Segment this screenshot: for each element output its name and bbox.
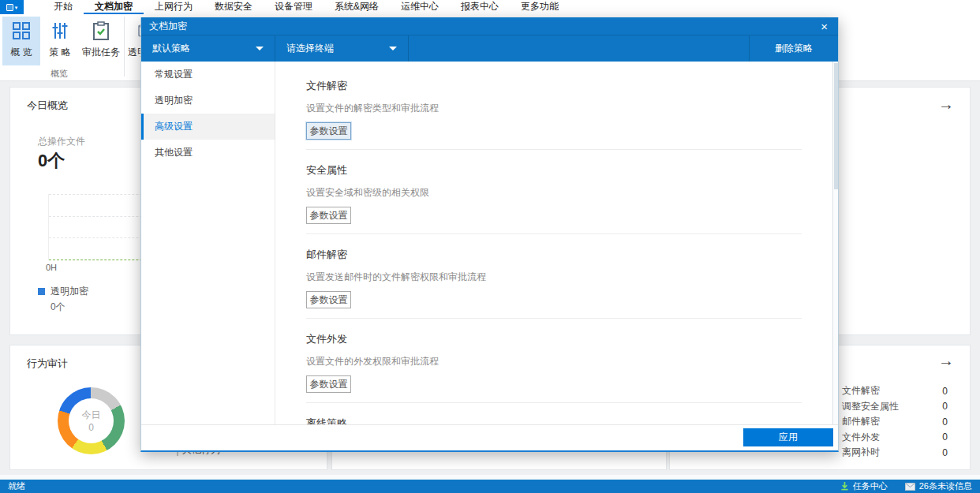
chevron-down-icon <box>389 47 397 50</box>
grid-icon <box>11 21 32 41</box>
policy-dropdown[interactable]: 默认策略 <box>141 35 275 62</box>
section-title: 邮件解密 <box>306 248 802 262</box>
param-settings-button[interactable]: 参数设置 <box>306 375 351 393</box>
section-title: 安全属性 <box>306 163 802 177</box>
sidebar-item-transparent-encryption[interactable]: 透明加密 <box>141 88 275 114</box>
dialog-body: 常规设置 透明加密 高级设置 其他设置 文件解密 设置文件的解密类型和审批流程 … <box>141 62 838 424</box>
arrow-right-icon[interactable]: → <box>938 352 954 370</box>
section-title: 离线策略 <box>306 416 802 424</box>
stat-row-value: 0 <box>942 386 948 397</box>
ribbon-button-label: 审批任务 <box>82 46 120 59</box>
close-icon[interactable]: × <box>818 21 830 32</box>
dialog-title: 文档加密 <box>149 20 187 33</box>
ribbon-group-label: 概览 <box>0 68 118 80</box>
arrow-right-icon[interactable]: → <box>938 95 954 114</box>
param-settings-button[interactable]: 参数设置 <box>306 207 351 224</box>
dialog-footer: 应用 <box>141 424 838 450</box>
section-desc: 设置文件的解密类型和审批流程 <box>306 102 802 115</box>
sidebar-item-general[interactable]: 常规设置 <box>141 62 275 88</box>
donut-center: 今日 0 <box>69 398 114 443</box>
audit-donut: 今日 0 <box>58 387 125 454</box>
task-center-label: 任务中心 <box>853 480 888 492</box>
unread-messages-label: 26条未读信息 <box>919 480 972 492</box>
section-offline-policy: 离线策略 应对出差、服务器故障等原因导致的终端离线 <box>306 403 802 424</box>
section-desc: 设置文件的外发权限和审批流程 <box>306 355 802 368</box>
section-desc: 设置发送邮件时的文件解密权限和审批流程 <box>306 271 802 284</box>
section-file-outgoing: 文件外发 设置文件的外发权限和审批流程 参数设置 <box>306 319 802 403</box>
chevron-down-icon: ▾ <box>15 5 18 10</box>
chevron-down-icon <box>256 47 264 50</box>
section-title: 文件解密 <box>306 79 802 93</box>
stat-row-value: 0 <box>942 416 948 428</box>
ribbon-button-label: 概 览 <box>10 46 32 59</box>
stat-row-label: 调整安全属性 <box>842 400 899 413</box>
dialog-scrollbar[interactable] <box>832 62 838 424</box>
menu-item-report-center[interactable]: 报表中心 <box>450 0 510 14</box>
donut-center-value: 0 <box>88 421 94 434</box>
ribbon-button-label: 策 略 <box>49 46 70 59</box>
legend-label: 透明加密 <box>50 285 88 298</box>
menu-item-more[interactable]: 更多功能 <box>510 0 570 14</box>
menu-items: 开始 文档加密 上网行为 数据安全 设备管理 系统&网络 运维中心 报表中心 更… <box>43 0 570 14</box>
section-mail-decryption: 邮件解密 设置发送邮件时的文件解密权限和审批流程 参数设置 <box>306 234 802 319</box>
status-ready-text: 就绪 <box>8 480 25 492</box>
menu-item-doc-encryption[interactable]: 文档加密 <box>84 0 144 14</box>
chart-legend: 透明加密 <box>38 285 88 298</box>
doc-encryption-dialog: 文档加密 × 默认策略 请选择终端 删除策略 常规设置 透明加密 高级设置 其他… <box>140 17 839 452</box>
legend-swatch <box>38 288 45 295</box>
stat-row-label: 文件解密 <box>842 384 880 398</box>
legend-value: 0个 <box>50 301 65 314</box>
stat-label: 总操作文件 <box>38 135 85 148</box>
param-settings-button[interactable]: 参数设置 <box>306 291 351 308</box>
menu-item-ops-center[interactable]: 运维中心 <box>390 0 450 14</box>
sidebar-item-other[interactable]: 其他设置 <box>141 140 275 166</box>
delete-policy-button[interactable]: 删除策略 <box>749 35 838 62</box>
ribbon-button-overview[interactable]: 概 览 <box>2 17 40 65</box>
section-title: 文件外发 <box>306 332 802 346</box>
sidebar-item-advanced[interactable]: 高级设置 <box>141 114 275 140</box>
param-settings-button[interactable]: 参数设置 <box>306 122 351 140</box>
menu-item-device-mgmt[interactable]: 设备管理 <box>264 0 324 14</box>
x-axis-label: 0H <box>46 263 57 272</box>
section-desc: 设置安全域和密级的相关权限 <box>306 186 802 200</box>
menu-item-system-network[interactable]: 系统&网络 <box>324 0 390 14</box>
dialog-sidebar: 常规设置 透明加密 高级设置 其他设置 <box>141 62 275 424</box>
clipboard-check-icon <box>91 21 111 41</box>
menu-item-start[interactable]: 开始 <box>43 0 84 14</box>
dialog-titlebar: 文档加密 × <box>141 17 838 35</box>
section-file-decryption: 文件解密 设置文件的解密类型和审批流程 参数设置 <box>306 79 802 150</box>
menu-item-web-behavior[interactable]: 上网行为 <box>144 0 204 14</box>
dialog-content: 文件解密 设置文件的解密类型和审批流程 参数设置 安全属性 设置安全域和密级的相… <box>275 62 838 424</box>
status-bar: 就绪 任务中心 26条未读信息 <box>0 480 980 493</box>
toolbar-spacer <box>409 35 749 62</box>
policy-dropdown-value: 默认策略 <box>152 42 190 55</box>
app-window-icon <box>6 4 13 11</box>
donut-center-label: 今日 <box>82 409 101 421</box>
panel-title: 行为审计 <box>27 357 68 371</box>
task-center-button[interactable]: 任务中心 <box>840 480 888 492</box>
stat-value: 0个 <box>38 149 65 173</box>
envelope-icon <box>905 483 915 491</box>
apply-button[interactable]: 应用 <box>743 428 833 446</box>
panel-title: 今日概览 <box>27 99 68 113</box>
stat-row-value: 0 <box>942 431 948 443</box>
ribbon-button-policy[interactable]: 策 略 <box>41 17 79 65</box>
stat-row-label: 邮件解密 <box>842 415 880 428</box>
dialog-toolbar: 默认策略 请选择终端 删除策略 <box>141 35 838 62</box>
app-menu-button[interactable]: ▾ <box>0 0 24 14</box>
menu-item-data-security[interactable]: 数据安全 <box>204 0 264 14</box>
ribbon-button-approval-tasks[interactable]: 审批任务 <box>80 17 122 65</box>
scrollbar-thumb[interactable] <box>834 63 838 189</box>
ribbon-group-divider <box>124 17 125 77</box>
section-security-attributes: 安全属性 设置安全域和密级的相关权限 参数设置 <box>306 150 802 234</box>
sliders-icon <box>50 21 70 41</box>
menu-bar: ▾ 开始 文档加密 上网行为 数据安全 设备管理 系统&网络 运维中心 报表中心… <box>0 0 980 14</box>
download-arrow-icon <box>840 482 849 491</box>
stat-row-value: 0 <box>942 401 948 412</box>
stat-row-label: 离网补时 <box>842 446 880 459</box>
unread-messages-button[interactable]: 26条未读信息 <box>905 480 972 492</box>
stat-row-value: 0 <box>942 447 948 458</box>
stat-row-label: 文件外发 <box>842 431 880 444</box>
terminal-dropdown-value: 请选择终端 <box>286 42 334 55</box>
terminal-dropdown[interactable]: 请选择终端 <box>275 35 409 62</box>
